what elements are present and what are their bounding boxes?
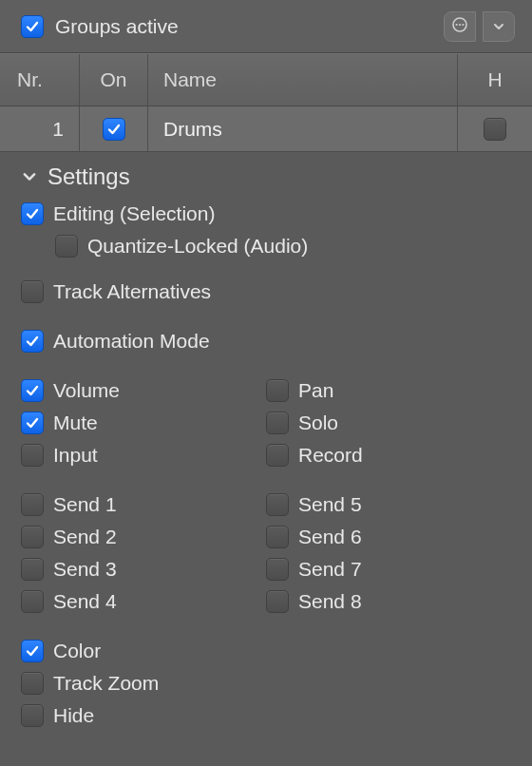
column-header-on-label: On <box>100 68 126 91</box>
topbar: Groups active <box>0 0 532 53</box>
option-record: Record <box>266 439 532 471</box>
table-header: Nr. On Name H <box>0 53 532 106</box>
column-header-h-label: H <box>487 68 502 91</box>
track-alternatives-checkbox[interactable] <box>21 280 44 303</box>
pan-checkbox[interactable] <box>266 379 289 402</box>
option-quantize-locked: Quantize-Locked (Audio) <box>0 230 532 262</box>
option-solo: Solo <box>266 407 532 439</box>
send6-checkbox[interactable] <box>266 526 289 548</box>
chevron-down-icon <box>492 15 505 38</box>
editing-selection-label: Editing (Selection) <box>53 202 215 225</box>
column-header-name[interactable]: Name <box>148 54 458 105</box>
volume-checkbox[interactable] <box>21 379 44 402</box>
option-color: Color <box>0 635 532 667</box>
volume-label: Volume <box>53 379 120 402</box>
option-send2: Send 2 <box>0 521 266 553</box>
cell-on <box>80 106 148 151</box>
option-track-zoom: Track Zoom <box>0 667 532 699</box>
topbar-right <box>444 11 515 42</box>
cell-name-text: Drums <box>163 118 222 141</box>
input-label: Input <box>53 444 98 467</box>
send7-checkbox[interactable] <box>266 558 289 581</box>
automation-mode-checkbox[interactable] <box>21 330 44 353</box>
send6-label: Send 6 <box>298 526 362 548</box>
pan-label: Pan <box>298 379 333 402</box>
solo-checkbox[interactable] <box>266 412 289 434</box>
svg-point-3 <box>462 23 464 25</box>
option-input: Input <box>0 439 266 471</box>
option-mute: Mute <box>0 407 266 439</box>
record-checkbox[interactable] <box>266 444 289 467</box>
settings-header[interactable]: Settings <box>0 160 532 198</box>
option-send6: Send 6 <box>266 521 532 553</box>
send5-checkbox[interactable] <box>266 493 289 516</box>
svg-point-2 <box>459 23 461 25</box>
table-row[interactable]: 1 Drums <box>0 106 532 152</box>
send2-label: Send 2 <box>53 526 117 548</box>
mute-checkbox[interactable] <box>21 412 44 434</box>
editing-selection-checkbox[interactable] <box>21 202 44 225</box>
column-header-on[interactable]: On <box>80 54 148 105</box>
topbar-left: Groups active <box>21 15 179 38</box>
color-label: Color <box>53 640 101 662</box>
settings-title: Settings <box>48 163 130 190</box>
chevron-down-icon <box>21 168 38 185</box>
ellipsis-circle-icon <box>451 15 468 38</box>
column-header-h[interactable]: H <box>458 54 532 105</box>
cell-nr-text: 1 <box>52 118 64 141</box>
options-grid-sends: Send 1 Send 5 Send 2 Send 6 Send 3 Send … <box>0 488 532 618</box>
option-send4: Send 4 <box>0 585 266 618</box>
column-header-name-label: Name <box>163 68 217 91</box>
panel-dropdown-button[interactable] <box>483 11 515 42</box>
cell-name[interactable]: Drums <box>148 106 458 151</box>
hide-label: Hide <box>53 704 94 727</box>
quantize-locked-label: Quantize-Locked (Audio) <box>87 235 308 258</box>
send4-checkbox[interactable] <box>21 590 44 613</box>
send8-label: Send 8 <box>298 590 362 613</box>
send8-checkbox[interactable] <box>266 590 289 613</box>
automation-mode-label: Automation Mode <box>53 330 210 353</box>
quantize-locked-checkbox[interactable] <box>55 235 78 258</box>
record-label: Record <box>298 444 363 467</box>
mute-label: Mute <box>53 412 98 434</box>
option-send7: Send 7 <box>266 553 532 585</box>
option-track-alternatives: Track Alternatives <box>0 276 532 308</box>
send4-label: Send 4 <box>53 590 117 613</box>
cell-nr: 1 <box>0 106 80 151</box>
send3-checkbox[interactable] <box>21 558 44 581</box>
send1-label: Send 1 <box>53 493 117 516</box>
option-send8: Send 8 <box>266 585 532 618</box>
option-send3: Send 3 <box>0 553 266 585</box>
send7-label: Send 7 <box>298 558 362 581</box>
send5-label: Send 5 <box>298 493 362 516</box>
input-checkbox[interactable] <box>21 444 44 467</box>
color-checkbox[interactable] <box>21 640 44 662</box>
track-alternatives-label: Track Alternatives <box>53 280 211 303</box>
options-grid-mix: Volume Pan Mute Solo Input Record <box>0 374 532 471</box>
option-volume: Volume <box>0 374 266 407</box>
option-hide: Hide <box>0 699 532 732</box>
row-h-checkbox[interactable] <box>484 118 506 141</box>
track-zoom-label: Track Zoom <box>53 672 159 695</box>
option-send5: Send 5 <box>266 488 532 521</box>
send2-checkbox[interactable] <box>21 526 44 548</box>
hide-checkbox[interactable] <box>21 704 44 727</box>
column-header-nr[interactable]: Nr. <box>0 54 80 105</box>
panel-menu-button[interactable] <box>444 11 476 42</box>
svg-point-0 <box>453 18 466 31</box>
groups-active-label: Groups active <box>55 15 179 38</box>
row-on-checkbox[interactable] <box>103 118 125 141</box>
column-header-nr-label: Nr. <box>17 68 43 91</box>
option-pan: Pan <box>266 374 532 407</box>
send3-label: Send 3 <box>53 558 117 581</box>
groups-panel: Groups active Nr. <box>0 0 532 766</box>
option-editing-selection: Editing (Selection) <box>0 198 532 230</box>
track-zoom-checkbox[interactable] <box>21 672 44 695</box>
groups-active-checkbox[interactable] <box>21 15 44 38</box>
send1-checkbox[interactable] <box>21 493 44 516</box>
option-automation-mode: Automation Mode <box>0 325 532 357</box>
solo-label: Solo <box>298 412 338 434</box>
option-send1: Send 1 <box>0 488 266 521</box>
settings-section: Settings Editing (Selection) Quantize-Lo… <box>0 152 532 766</box>
cell-h <box>458 106 532 151</box>
